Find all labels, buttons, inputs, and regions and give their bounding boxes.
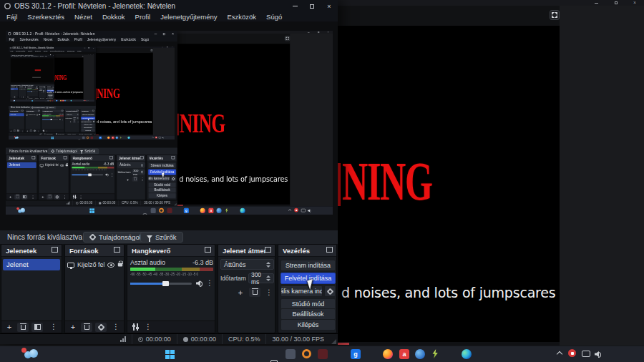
scene-grid-mode-button[interactable] [31, 323, 43, 332]
popout-icon[interactable] [266, 248, 271, 253]
stream-icon [138, 337, 143, 342]
mixer-panel-header[interactable]: Hangkeverő [127, 245, 215, 257]
obs-window: OBS 30.1.2 - Profil: Névtelen - Jelenete… [0, 0, 338, 344]
taskbar-icon-edge[interactable] [462, 349, 472, 359]
controls-panel: Vezérlés Stream indítása Felvétel indítá… [278, 244, 337, 333]
add-source-button[interactable]: + [68, 323, 78, 332]
dropped-frames-indicator [114, 334, 132, 344]
speaker-icon[interactable] [196, 280, 202, 286]
menu-file[interactable]: Fájl [1, 13, 22, 21]
lock-icon[interactable] [118, 263, 122, 267]
taskbar-icon-app-gray[interactable] [286, 349, 296, 359]
popout-icon[interactable] [115, 248, 120, 253]
popout-icon[interactable] [206, 248, 211, 253]
preview-canvas: × NING d noises, and lots of jumpscares … [0, 21, 338, 230]
transition-menu-button[interactable]: ⋮ [264, 288, 274, 297]
properties-button[interactable]: Tulajdonságok [83, 232, 149, 243]
exit-button[interactable]: Kilépés [280, 319, 336, 331]
start-streaming-button[interactable]: Stream indítása [280, 260, 336, 271]
filters-button[interactable]: Szűrők [140, 232, 183, 243]
no-source-selected-label: Nincs forrás kiválasztva [7, 233, 82, 241]
virtual-camera-settings-button[interactable] [324, 285, 336, 297]
sources-toolbar: + ⋮ [65, 321, 124, 333]
taskbar-icon-a-app[interactable]: a [399, 349, 409, 359]
menu-scene-collection[interactable]: Jelenetgyűjtemény [155, 13, 222, 21]
remove-scene-button[interactable] [17, 323, 29, 332]
monitor-icon [67, 263, 74, 268]
minimize-button[interactable] [286, 0, 303, 12]
source-properties-button[interactable] [95, 323, 107, 332]
record-dot-icon [183, 337, 188, 342]
menu-profile[interactable]: Profil [130, 13, 156, 21]
player-minimize-icon[interactable] [595, 3, 598, 4]
obs-titlebar[interactable]: OBS 30.1.2 - Profil: Névtelen - Jelenete… [0, 0, 338, 12]
volume-slider-handle[interactable] [162, 281, 169, 286]
sources-menu-button[interactable]: ⋮ [111, 323, 121, 332]
taskbar-icon-g-app[interactable]: g [351, 349, 361, 359]
start-button[interactable] [165, 350, 175, 359]
window-title: OBS 30.1.2 - Profil: Névtelen - Jelenete… [14, 2, 175, 10]
visibility-eye-icon[interactable] [107, 263, 114, 268]
tray-red-app-icon[interactable] [568, 349, 576, 357]
volume-slider[interactable] [130, 283, 192, 285]
start-virtual-camera-button[interactable]: ális kamera ind [280, 285, 323, 297]
scenes-panel: Jelenetek Jelenet + ⋮ [1, 244, 62, 333]
tray-expand-chevron-icon[interactable] [557, 351, 562, 357]
scenes-toolbar: + ⋮ [1, 321, 62, 333]
transitions-panel-header[interactable]: Jelenet átmene... [218, 245, 275, 257]
scenes-panel-header[interactable]: Jelenetek [1, 245, 62, 257]
source-toolbar: Nincs forrás kiválasztva Tulajdonságok S… [0, 230, 338, 244]
popout-icon[interactable] [53, 248, 58, 253]
video-progress-bar[interactable] [338, 343, 349, 345]
taskbar-icon-lightning-app[interactable] [431, 349, 439, 358]
taskbar-icon-globe-app[interactable] [415, 349, 425, 359]
menu-help[interactable]: Súgó [261, 13, 287, 21]
video-area: NING d noises, and lots of jumpscares [338, 26, 560, 342]
taskbar-icon-app-orange[interactable] [302, 349, 311, 358]
popout-icon[interactable] [328, 248, 333, 253]
obs-menubar: Fájl Szerkesztés Nézet Dokkok Profil Jel… [0, 12, 338, 21]
preview-display-capture[interactable]: × NING d noises, and lots of jumpscares … [6, 31, 333, 215]
sources-panel-header[interactable]: Források [65, 245, 124, 257]
gear-icon [328, 289, 333, 294]
mixer-item-menu-button[interactable]: ⋮ [206, 280, 213, 287]
player-maximize-icon[interactable] [615, 1, 618, 4]
menu-tools[interactable]: Eszközök [222, 13, 261, 21]
fullscreen-toggle-icon[interactable] [550, 10, 560, 20]
taskbar-icon-app-maroon[interactable] [318, 349, 328, 359]
remove-source-button[interactable] [81, 323, 92, 332]
fps-indicator: 30.00 / 30.00 FPS [265, 334, 330, 344]
mixer-toolbar: ⋮ [127, 321, 215, 333]
advanced-audio-button[interactable] [130, 323, 140, 332]
add-scene-button[interactable]: + [4, 323, 14, 332]
remove-transition-button[interactable] [249, 288, 260, 297]
controls-panel-header[interactable]: Vezérlés [278, 245, 336, 257]
menu-docks[interactable]: Dokkok [97, 13, 130, 21]
transition-select[interactable]: Áttűnés [220, 259, 274, 270]
player-top-strip [338, 6, 560, 26]
mixer-menu-button[interactable]: ⋮ [143, 323, 153, 332]
settings-button[interactable]: Beállítások [280, 308, 336, 320]
player-close-icon[interactable]: × [633, 1, 636, 5]
add-transition-button[interactable]: + [235, 288, 245, 297]
tray-speaker-icon[interactable] [595, 351, 600, 357]
menu-edit[interactable]: Szerkesztés [22, 13, 69, 21]
source-item-display-capture[interactable]: Kijelző fel- [67, 260, 123, 270]
media-player-titlebar: × [338, 0, 644, 6]
weather-icon[interactable] [23, 349, 39, 358]
audio-track-label: Asztal audio [130, 259, 165, 266]
resize-grip[interactable] [331, 339, 336, 344]
obs-logo-icon [4, 3, 11, 9]
menu-view[interactable]: Nézet [69, 13, 97, 21]
duration-spinbox[interactable]: 300 ms [248, 273, 274, 283]
taskbar-icon-firefox[interactable] [383, 349, 393, 359]
maximize-button[interactable] [303, 0, 321, 12]
scene-transitions-panel: Jelenet átmene... Áttűnés Időtartam 300 … [218, 244, 275, 333]
close-button[interactable]: × [321, 0, 338, 12]
tray-display-icon[interactable] [582, 351, 590, 357]
obs-statusbar: 00:00:00 00:00:00 CPU: 0.5% 30.00 / 30.0… [0, 333, 338, 344]
player-side-area [560, 6, 644, 346]
scenes-menu-button[interactable]: ⋮ [49, 323, 59, 332]
warning-text-clipped-letter [338, 163, 341, 206]
scene-item-selected[interactable]: Jelenet [3, 259, 60, 270]
